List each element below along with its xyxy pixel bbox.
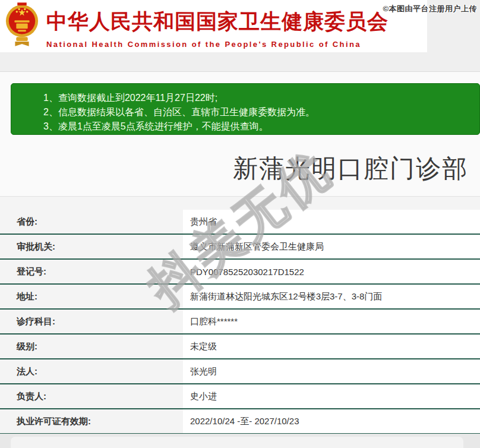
field-label: 负责人: [0,384,183,408]
field-value: 口腔科****** [183,310,480,333]
field-value: 贵州省 [183,210,480,234]
notice-line-2: 2、信息数据结果以各省、自治区、直辖市卫生健康委数据为准。 [43,105,473,119]
table-row-license-validity: 执业许可证有效期: 2022/10/24 -至- 2027/10/23 [0,409,480,434]
footer-panel [11,437,463,448]
table-row-registration-number: 登记号: PDY00785252030217D1522 [0,260,480,285]
field-label: 审批机关: [0,235,183,258]
institution-title: 新蒲光明口腔门诊部 [233,152,468,185]
notice-line-3: 3、凌晨1点至凌晨5点系统进行维护，不能提供查询。 [43,119,473,134]
field-value: 遵义市新蒲新区管委会卫生健康局 [183,235,480,258]
field-label: 省份: [0,210,183,234]
field-value: 史小进 [183,384,480,408]
table-row-clinical-departments: 诊疗科目: 口腔科****** [0,310,480,335]
field-value: PDY00785252030217D1522 [183,260,480,283]
field-value: 张光明 [183,359,480,383]
table-row-address: 地址: 新蒲街道林达阳光城东区12号楼3层3-7、3-8门面 [0,285,480,310]
table-row-province: 省份: 贵州省 [0,210,480,235]
subheader-band [0,52,480,72]
field-value: 未定级 [183,335,480,358]
field-value: 新蒲街道林达阳光城东区12号楼3层3-7、3-8门面 [183,285,480,308]
field-label: 地址: [0,285,183,308]
notice-line-1: 1、查询数据截止到2022年11月27日22时; [43,91,473,105]
field-label: 登记号: [0,260,183,283]
header-title-chinese: 中华人民共和国国家卫生健康委员会 [46,8,389,36]
field-label: 法人: [0,359,183,383]
upload-copyright-watermark: ©本图由平台注册用户上传 [383,4,477,14]
institution-info-table: 省份: 贵州省 审批机关: 遵义市新蒲新区管委会卫生健康局 登记号: PDY00… [0,196,480,434]
field-label: 诊疗科目: [0,310,183,333]
page: 中华人民共和国国家卫生健康委员会 National Health Commiss… [0,0,480,448]
table-row-person-in-charge: 负责人: 史小进 [0,384,480,409]
table-row-approval-authority: 审批机关: 遵义市新蒲新区管委会卫生健康局 [0,235,480,260]
field-label: 级别: [0,335,183,358]
notice-box: 1、查询数据截止到2022年11月27日22时; 2、信息数据结果以各省、自治区… [11,83,480,135]
table-row-level: 级别: 未定级 [0,335,480,359]
footer-strip [0,434,480,448]
field-value: 2022/10/24 -至- 2027/10/23 [183,409,480,433]
field-label: 执业许可证有效期: [0,409,183,433]
table-row-legal-person: 法人: 张光明 [0,359,480,384]
header-title-english: National Health Commission of the People… [46,40,389,49]
national-emblem-icon [5,1,39,50]
